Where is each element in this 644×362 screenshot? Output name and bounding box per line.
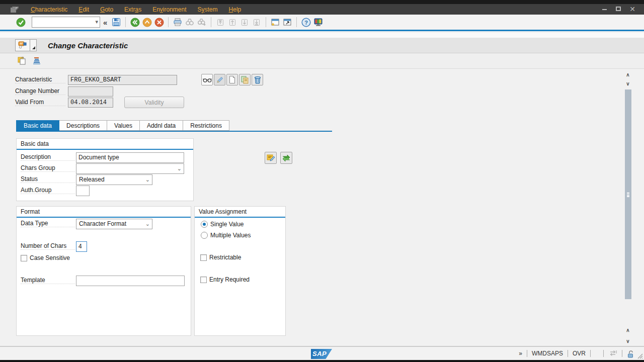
minimize-button[interactable] bbox=[600, 5, 609, 13]
characteristic-action-buttons bbox=[201, 74, 264, 85]
chars-group-label: Chars Group bbox=[21, 164, 75, 172]
validity-button[interactable]: Validity bbox=[124, 97, 184, 108]
chevron-down-icon: ⌄ bbox=[145, 175, 150, 185]
change-number-field[interactable] bbox=[68, 86, 113, 97]
data-type-select[interactable]: Character Format⌄ bbox=[76, 219, 152, 229]
title-bar: Change Characteristic bbox=[0, 38, 644, 53]
scroll-up-icon[interactable]: ∧ bbox=[624, 326, 632, 334]
sort-hierarchy-icon[interactable] bbox=[31, 55, 43, 66]
scrollbar-grip bbox=[627, 193, 629, 197]
vertical-scrollbar[interactable]: ∧ ∨ ∧ ∨ bbox=[623, 70, 632, 346]
services-for-object-button[interactable] bbox=[15, 39, 30, 51]
previous-page-icon bbox=[227, 17, 238, 28]
tab-values[interactable]: Values bbox=[107, 120, 140, 131]
clipboard-template-icon[interactable] bbox=[16, 55, 28, 66]
last-page-icon bbox=[251, 17, 262, 28]
sap-system-icon bbox=[10, 6, 19, 13]
description-side-buttons bbox=[265, 152, 293, 164]
menu-help[interactable]: Help bbox=[223, 5, 247, 14]
close-button[interactable]: ✕ bbox=[628, 5, 637, 13]
single-value-radio[interactable]: Single Value bbox=[201, 221, 244, 228]
scroll-down-icon[interactable]: ∨ bbox=[624, 79, 632, 87]
radio-dot bbox=[201, 232, 208, 239]
trash-delete-icon[interactable] bbox=[252, 74, 263, 85]
maximize-button[interactable] bbox=[614, 5, 623, 13]
save-icon[interactable] bbox=[111, 17, 122, 28]
menu-system[interactable]: System bbox=[192, 5, 223, 14]
customize-layout-icon[interactable] bbox=[312, 17, 324, 28]
command-field[interactable]: ▾ bbox=[32, 17, 100, 28]
statusbar-more-button[interactable]: » bbox=[514, 350, 527, 357]
menu-characteristic[interactable]: Characteristic bbox=[25, 5, 73, 14]
characteristic-field[interactable]: FRG_EKKO_BSART bbox=[68, 75, 177, 85]
status-value: Released bbox=[79, 176, 105, 183]
template-input[interactable] bbox=[76, 276, 185, 286]
description-input[interactable]: Document type bbox=[76, 152, 184, 163]
performance-arrows-icon[interactable] bbox=[604, 350, 622, 357]
basic-data-groupbox: Basic data Description Document type Cha… bbox=[16, 138, 194, 201]
standard-toolbar: ▾ « ? bbox=[0, 15, 644, 31]
create-page-icon[interactable] bbox=[226, 74, 238, 85]
valid-from-label: Valid From bbox=[15, 99, 65, 106]
scrollbar-thumb[interactable] bbox=[625, 89, 631, 299]
exchange-arrows-icon[interactable] bbox=[280, 152, 292, 164]
scroll-up-icon[interactable]: ∧ bbox=[624, 70, 632, 78]
sap-logo: SAP bbox=[311, 349, 332, 359]
tabstrip-underline bbox=[16, 131, 332, 132]
statusbar-system-id[interactable]: WMDSAPS bbox=[527, 350, 568, 357]
auth-group-input[interactable] bbox=[76, 186, 90, 196]
number-of-chars-input[interactable]: 4 bbox=[76, 241, 87, 252]
single-value-label: Single Value bbox=[210, 221, 244, 228]
menu-goto[interactable]: Goto bbox=[95, 5, 119, 14]
statusbar-empty-segment bbox=[591, 350, 604, 357]
data-type-label: Data Type bbox=[21, 220, 75, 227]
glasses-display-icon[interactable] bbox=[201, 74, 213, 85]
template-label: Template bbox=[21, 277, 75, 284]
cancel-icon[interactable] bbox=[153, 17, 165, 28]
help-icon[interactable]: ? bbox=[300, 17, 311, 28]
chevron-down-icon: ⌄ bbox=[177, 164, 182, 173]
print-icon[interactable] bbox=[172, 17, 183, 28]
first-page-icon bbox=[215, 17, 226, 28]
unlocked-padlock-icon[interactable] bbox=[622, 350, 635, 357]
value-assignment-groupbox: Value Assignment Single Value Multiple V… bbox=[194, 206, 286, 336]
services-for-object-icon bbox=[18, 41, 28, 50]
menu-environment[interactable]: Environment bbox=[147, 5, 192, 14]
command-dropdown-icon[interactable]: ▾ bbox=[95, 19, 98, 25]
copy-icon[interactable] bbox=[239, 74, 251, 85]
tab-addnl-data[interactable]: Addnl data bbox=[140, 120, 183, 131]
new-session-icon[interactable] bbox=[270, 17, 281, 28]
services-dropdown-icon[interactable] bbox=[30, 39, 37, 51]
entry-required-checkbox[interactable]: Entry Required bbox=[200, 276, 250, 283]
tab-descriptions[interactable]: Descriptions bbox=[59, 120, 107, 131]
edit-note-icon[interactable] bbox=[265, 152, 277, 164]
scroll-down-icon[interactable]: ∨ bbox=[624, 337, 632, 345]
restrictable-checkbox[interactable]: Restrictable bbox=[200, 254, 241, 261]
enter-check-icon[interactable] bbox=[15, 17, 26, 28]
resize-grip[interactable] bbox=[637, 353, 643, 359]
exit-icon[interactable] bbox=[141, 17, 152, 28]
menu-extras[interactable]: Extras bbox=[119, 5, 147, 14]
svg-text:?: ? bbox=[304, 19, 308, 25]
case-sensitive-checkbox[interactable]: Case Sensitive bbox=[21, 254, 70, 261]
radio-dot bbox=[201, 221, 208, 228]
format-group-title: Format bbox=[21, 208, 40, 215]
tab-basic-data[interactable]: Basic data bbox=[16, 120, 59, 131]
statusbar-insert-mode[interactable]: OVR bbox=[568, 350, 591, 357]
create-shortcut-icon[interactable] bbox=[282, 17, 293, 28]
status-select[interactable]: Released⌄ bbox=[76, 174, 152, 185]
back-icon[interactable] bbox=[129, 17, 140, 28]
group-title-underline bbox=[17, 217, 191, 218]
command-input[interactable] bbox=[34, 18, 90, 27]
toolbar-gap bbox=[0, 33, 644, 38]
chars-group-select[interactable]: ⌄ bbox=[76, 163, 184, 174]
menu-edit[interactable]: Edit bbox=[73, 5, 95, 14]
multiple-values-radio[interactable]: Multiple Values bbox=[201, 232, 251, 239]
tab-restrictions[interactable]: Restrictions bbox=[183, 120, 229, 131]
window-controls: ✕ bbox=[600, 5, 637, 13]
number-of-chars-label: Number of Chars bbox=[21, 242, 75, 250]
auth-group-label: Auth.Group bbox=[21, 187, 75, 194]
hide-command-field-icon[interactable]: « bbox=[100, 18, 110, 27]
valid-from-field[interactable]: 04.08.2014 bbox=[68, 98, 113, 108]
next-page-icon bbox=[239, 17, 250, 28]
